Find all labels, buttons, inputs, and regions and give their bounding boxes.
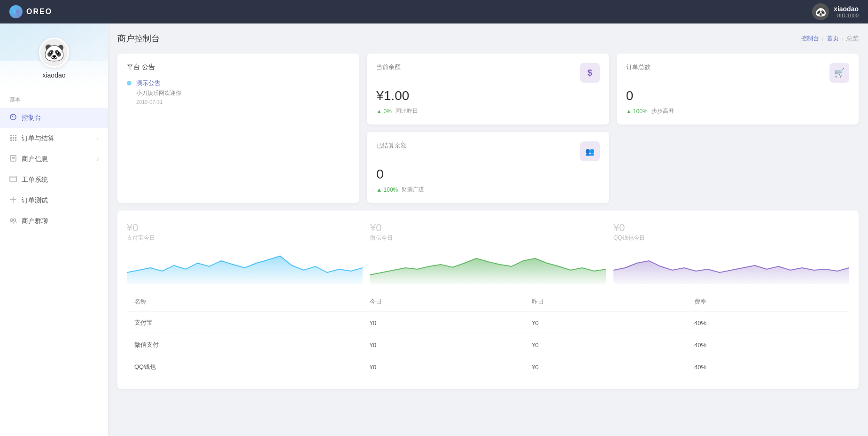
main-content: 商户控制台 控制台 / 首页 › 总览 当前余额 $ ¥1.00 ▲ 0% 同比… [108, 23, 868, 436]
qqwallet-chart-sublabel: QQ钱包今日 [613, 234, 849, 242]
work-orders-icon [9, 175, 17, 185]
breadcrumb-current: 总览 [846, 34, 859, 43]
breadcrumb: 控制台 / 首页 › 总览 [801, 34, 859, 43]
order-test-icon [9, 196, 17, 205]
col-yesterday: 昨日 [524, 292, 687, 312]
settled-compare: 财源广进 [402, 186, 424, 194]
svg-point-18 [11, 219, 13, 221]
avatar: 🐼 [812, 3, 829, 20]
svg-rect-2 [10, 135, 12, 136]
qqwallet-chart-label: ¥0 [613, 222, 849, 234]
page-header: 商户控制台 控制台 / 首页 › 总览 [117, 33, 859, 44]
page-title: 商户控制台 [117, 33, 160, 44]
svg-rect-11 [10, 156, 16, 161]
settled-icon: 👥 [580, 141, 600, 161]
announcement-card: 平台 公告 演示公告 小刀娱乐网欢迎你 2019-07-31 [117, 54, 359, 203]
main-layout: 🐼 xiaodao 基本 控制台 [0, 23, 868, 436]
sidebar-item-work-orders[interactable]: 工单系统 [0, 170, 108, 190]
svg-rect-9 [13, 140, 14, 141]
balance-footer: ▲ 0% 同比昨日 [376, 107, 599, 115]
wechat-chart-sublabel: 微信今日 [370, 234, 606, 242]
sidebar-label-dashboard: 控制台 [22, 114, 41, 122]
logo-text: OREO [26, 8, 52, 16]
user-area[interactable]: 🐼 xiaodao UID-1000 [812, 3, 859, 20]
row1-name: 支付宝 [127, 312, 362, 334]
sidebar-label-orders: 订单与结算 [22, 134, 54, 143]
settled-card: 已结算余额 👥 0 ▲ 100% 财源广进 [367, 132, 609, 203]
sidebar-item-dashboard[interactable]: 控制台 [0, 108, 108, 128]
orders-footer: ▲ 100% 步步高升 [626, 107, 849, 115]
merchant-info-icon [9, 155, 17, 164]
top-navigation: OREO 🐼 xiaodao UID-1000 [0, 0, 868, 23]
balance-compare: 同比昨日 [395, 107, 418, 115]
alipay-chart-canvas [127, 247, 363, 284]
user-uid: UID-1000 [837, 13, 859, 18]
breadcrumb-sep-1: / [822, 35, 824, 42]
balance-card-header: 当前余额 $ [376, 63, 599, 83]
orders-card-header: 订单总数 🛒 [626, 63, 849, 83]
sidebar-avatar-area: 🐼 xiaodao [0, 23, 108, 88]
user-info: xiaodao UID-1000 [834, 5, 859, 18]
sidebar-label-work-orders: 工单系统 [22, 176, 48, 184]
table-row: QQ钱包 ¥0 ¥0 40% [127, 356, 849, 378]
orders-change: ▲ 100% [626, 108, 648, 115]
col-rate: 费率 [687, 292, 849, 312]
balance-label: 当前余额 [376, 63, 401, 71]
wechat-chart-canvas [370, 247, 606, 284]
col-name: 名称 [127, 292, 362, 312]
dashboard-icon [9, 113, 17, 123]
alipay-chart-label: ¥0 [127, 222, 363, 234]
svg-rect-7 [15, 137, 16, 139]
settled-change: ▲ 100% [376, 187, 398, 193]
wechat-chart: ¥0 微信今日 [370, 222, 606, 284]
row1-today: ¥0 [362, 312, 525, 334]
breadcrumb-dashboard[interactable]: 控制台 [801, 34, 819, 43]
balance-icon: $ [580, 63, 600, 83]
merchant-info-arrow-icon: › [97, 156, 99, 163]
breadcrumb-home[interactable]: 首页 [827, 34, 839, 43]
sidebar-item-merchant-info[interactable]: 商户信息 › [0, 149, 108, 170]
payment-table: 名称 今日 昨日 费率 支付宝 ¥0 ¥0 40% 微信支付 [127, 292, 849, 378]
sidebar-label-order-test: 订单测试 [22, 196, 48, 205]
balance-change: ▲ 0% [376, 108, 392, 115]
svg-rect-15 [10, 176, 16, 178]
qqwallet-chart: ¥0 QQ钱包今日 [613, 222, 849, 284]
sidebar: 🐼 xiaodao 基本 控制台 [0, 23, 108, 436]
logo-icon [9, 5, 23, 18]
svg-rect-10 [15, 140, 16, 141]
chart-row: ¥0 支付宝今日 [127, 222, 849, 284]
svg-rect-8 [10, 140, 12, 141]
announcement-date: 2019-07-31 [136, 99, 181, 105]
settled-label: 已结算余额 [376, 141, 407, 150]
sidebar-label-merchant-info: 商户信息 [22, 155, 48, 164]
row2-rate: 40% [687, 334, 849, 356]
row3-rate: 40% [687, 356, 849, 378]
announcement-content: 演示公告 小刀娱乐网欢迎你 2019-07-31 [136, 79, 181, 105]
sidebar-item-order-test[interactable]: 订单测试 [0, 190, 108, 211]
table-row: 微信支付 ¥0 ¥0 40% [127, 334, 849, 356]
settled-footer: ▲ 100% 财源广进 [376, 186, 599, 194]
orders-card: 订单总数 🛒 0 ▲ 100% 步步高升 [617, 54, 859, 125]
orders-icon-card: 🛒 [829, 63, 849, 83]
qqwallet-chart-canvas [613, 247, 849, 284]
table-body: 支付宝 ¥0 ¥0 40% 微信支付 ¥0 ¥0 40% QQ钱包 ¥0 [127, 312, 849, 378]
row2-yesterday: ¥0 [524, 334, 687, 356]
logo-area: OREO [9, 5, 52, 18]
alipay-chart-sublabel: 支付宝今日 [127, 234, 363, 242]
row2-name: 微信支付 [127, 334, 362, 356]
announcement-title: 平台 公告 [127, 63, 350, 71]
announcement-name[interactable]: 演示公告 [136, 79, 181, 87]
sidebar-item-merchant-chat[interactable]: 商户群聊 [0, 211, 108, 232]
wechat-chart-label: ¥0 [370, 222, 606, 234]
breadcrumb-sep-2: › [842, 35, 844, 42]
svg-rect-5 [10, 137, 12, 139]
settled-value: 0 [376, 167, 599, 182]
row3-yesterday: ¥0 [524, 356, 687, 378]
svg-point-19 [14, 219, 16, 221]
svg-rect-4 [15, 135, 16, 136]
sidebar-item-orders[interactable]: 订单与结算 › [0, 128, 108, 149]
row2-today: ¥0 [362, 334, 525, 356]
sidebar-label-merchant-chat: 商户群聊 [22, 217, 48, 226]
merchant-chat-icon [9, 217, 17, 226]
alipay-chart: ¥0 支付宝今日 [127, 222, 363, 284]
